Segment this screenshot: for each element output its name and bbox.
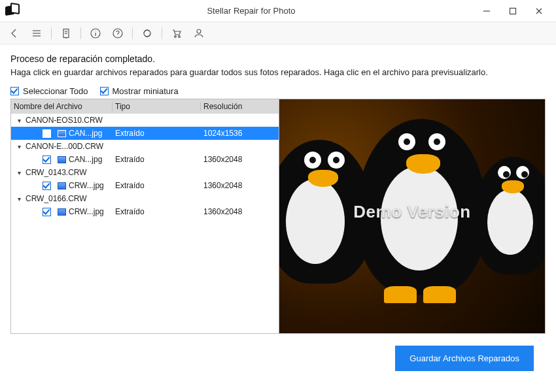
checkbox-icon[interactable]	[43, 155, 51, 164]
title-bar: Stellar Repair for Photo	[0, 0, 556, 22]
preview-watermark: Demo Version	[353, 201, 470, 221]
file-resolution: 1024x1536	[201, 129, 279, 138]
toolbar-separator	[132, 27, 133, 39]
show-thumbnail-checkbox[interactable]: Mostrar miniatura	[100, 86, 179, 96]
tree-parent-row[interactable]: ▾CANON-E...00D.CRW	[11, 140, 279, 153]
window-controls	[474, 3, 552, 19]
column-header-name[interactable]: Nombre del Archivo	[11, 102, 113, 111]
file-resolution: 1360x2048	[201, 181, 279, 190]
file-list-pane: Nombre del Archivo Tipo Resolución ▾CANO…	[11, 99, 279, 333]
svg-point-16	[175, 35, 177, 37]
maximize-button[interactable]	[500, 3, 526, 19]
refresh-icon[interactable]	[139, 25, 155, 41]
column-header-row: Nombre del Archivo Tipo Resolución	[11, 99, 279, 114]
info-icon[interactable]	[88, 25, 103, 41]
page-title: Proceso de reparación completado.	[10, 54, 546, 64]
tree-child-row[interactable]: CRW...jpg Extraído 1360x2048	[11, 205, 279, 218]
file-name: CANON-EOS10.CRW	[26, 116, 103, 125]
options-row: Seleccionar Todo Mostrar miniatura	[10, 86, 546, 96]
split-pane: Nombre del Archivo Tipo Resolución ▾CANO…	[10, 99, 546, 334]
tree-parent-row[interactable]: ▾CANON-EOS10.CRW	[11, 114, 279, 127]
app-logo-icon	[5, 3, 22, 19]
file-resolution: 1360x2048	[201, 155, 279, 164]
checkbox-icon[interactable]	[43, 129, 51, 138]
image-icon	[58, 156, 66, 163]
file-type: Extraído	[113, 181, 201, 190]
close-button[interactable]	[526, 3, 552, 19]
checkbox-icon	[100, 87, 109, 95]
file-name: CRW_0166.CRW	[26, 194, 87, 203]
select-all-label: Seleccionar Todo	[23, 86, 88, 96]
tree-child-row[interactable]: CRW...jpg Extraído 1360x2048	[11, 179, 279, 192]
tree-child-row[interactable]: CAN...jpg Extraído 1024x1536	[11, 127, 279, 140]
image-icon	[58, 208, 66, 216]
tree-parent-row[interactable]: ▾CRW_0166.CRW	[11, 192, 279, 205]
page-subtitle: Haga click en guardar archivos reparados…	[10, 67, 546, 78]
minimize-button[interactable]	[474, 3, 500, 19]
checkbox-icon[interactable]	[43, 182, 51, 190]
svg-point-17	[179, 35, 181, 37]
window-title: Stellar Repair for Photo	[29, 6, 474, 16]
file-name: CRW...jpg	[69, 207, 104, 216]
cart-icon[interactable]	[169, 25, 184, 41]
svg-point-14	[113, 29, 122, 38]
toolbar	[0, 22, 556, 44]
checkbox-icon	[10, 87, 19, 95]
chevron-down-icon[interactable]: ▾	[15, 143, 23, 150]
column-header-type[interactable]: Tipo	[113, 102, 201, 111]
checkbox-icon[interactable]	[43, 208, 51, 216]
help-icon[interactable]	[110, 25, 126, 41]
file-name: CAN...jpg	[69, 129, 102, 138]
show-thumbnail-label: Mostrar miniatura	[113, 86, 179, 96]
file-type: Extraído	[113, 129, 201, 138]
doc-icon[interactable]	[58, 25, 74, 41]
chevron-down-icon[interactable]: ▾	[15, 195, 23, 203]
tree-parent-row[interactable]: ▾CRW_0143.CRW	[11, 166, 279, 179]
file-name: CRW_0143.CRW	[26, 168, 87, 177]
tree-body: ▾CANON-EOS10.CRW CAN...jpg Extraído 1024…	[11, 114, 279, 333]
menu-button[interactable]	[29, 25, 44, 41]
chevron-down-icon[interactable]: ▾	[15, 117, 23, 124]
tree-child-row[interactable]: CAN...jpg Extraído 1360x2048	[11, 153, 279, 166]
toolbar-separator	[162, 27, 162, 39]
user-icon[interactable]	[191, 25, 207, 41]
chevron-down-icon[interactable]: ▾	[15, 169, 23, 176]
toolbar-separator	[51, 27, 52, 39]
footer: Guardar Archivos Reparados	[10, 334, 546, 383]
save-repaired-button[interactable]: Guardar Archivos Reparados	[395, 346, 534, 371]
svg-point-18	[197, 29, 201, 33]
file-type: Extraído	[113, 155, 201, 164]
file-name: CAN...jpg	[69, 155, 102, 164]
content-area: Proceso de reparación completado. Haga c…	[0, 44, 556, 392]
select-all-checkbox[interactable]: Seleccionar Todo	[10, 86, 88, 96]
toolbar-separator	[80, 27, 81, 39]
file-resolution: 1360x2048	[201, 207, 279, 216]
image-icon	[58, 182, 66, 189]
column-header-resolution[interactable]: Resolución	[201, 102, 279, 111]
image-icon	[58, 130, 66, 137]
file-name: CRW...jpg	[69, 181, 104, 190]
back-button[interactable]	[7, 25, 22, 41]
file-name: CANON-E...00D.CRW	[26, 142, 103, 151]
file-type: Extraído	[113, 207, 201, 216]
svg-rect-1	[510, 8, 516, 14]
preview-pane: Demo Version	[279, 99, 545, 333]
